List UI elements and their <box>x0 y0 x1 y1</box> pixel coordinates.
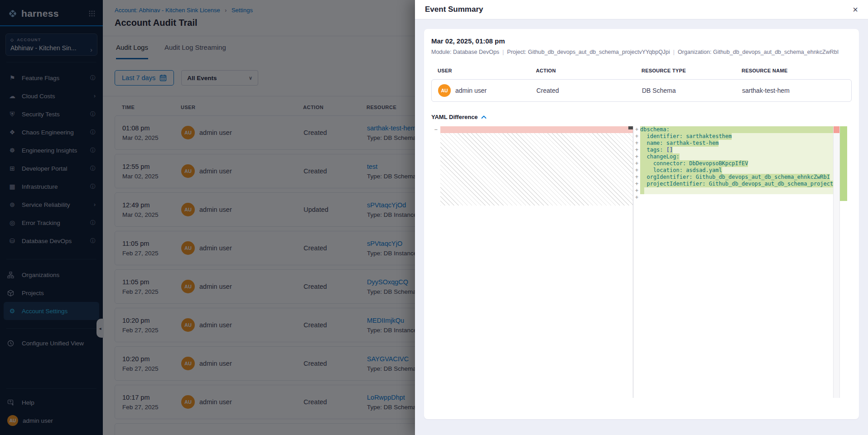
event-card: Mar 02, 2025, 01:08 pm Module: Database … <box>424 29 859 419</box>
event-summary-drawer: Event Summary × Mar 02, 2025, 01:08 pm M… <box>415 0 868 435</box>
context-module: Module: Database DevOps <box>431 49 499 55</box>
close-icon[interactable]: × <box>853 5 858 14</box>
diff-added-line: + changeLog: <box>633 153 833 160</box>
column-action: ACTION <box>536 68 641 73</box>
diff-ruler-removed-mark <box>834 126 839 133</box>
column-resource-name: RESOURCE NAME <box>742 68 845 73</box>
resource-name: sarthak-test-hem <box>742 87 845 94</box>
event-context: Module: Database DevOps|Project: Github_… <box>431 49 852 55</box>
context-organization: Organization: Github_db_devops_aut_db_sc… <box>678 49 839 55</box>
summary-table-header: USER ACTION RESOURCE TYPE RESOURCE NAME <box>431 68 852 73</box>
context-divider: | <box>502 49 504 55</box>
action-label: Created <box>536 87 642 94</box>
summary-row: AU admin user Created DB Schema sarthak-… <box>431 79 852 102</box>
diff-scrollbar-track[interactable] <box>833 126 840 398</box>
diff-added-line: + identifier: sarthaktesthem <box>633 133 833 140</box>
chevron-up-icon <box>481 115 487 119</box>
diff-right-pane: +dbschema: + identifier: sarthaktesthem … <box>633 126 833 398</box>
yaml-difference-toggle[interactable]: YAML Difference <box>431 114 852 120</box>
diff-gutter-line: + <box>633 194 833 201</box>
diff-added-line: + tags: [] <box>633 147 833 153</box>
diff-remove-gutter: − <box>431 126 440 398</box>
diff-added-line: + <box>633 187 833 194</box>
event-timestamp: Mar 02, 2025, 01:08 pm <box>431 37 852 45</box>
drawer-header: Event Summary × <box>415 0 868 19</box>
avatar: AU <box>438 84 451 97</box>
column-resource-type: RESOURCE TYPE <box>641 68 742 73</box>
diff-added-line: + location: asdsad.yaml <box>633 167 833 174</box>
column-user: USER <box>438 68 536 73</box>
diff-overview-ruler <box>840 126 847 398</box>
diff-sash-handle[interactable] <box>628 126 633 129</box>
diff-left-pane: − <box>431 126 633 398</box>
resource-type: DB Schema <box>642 87 742 94</box>
yaml-diff-viewer: − +dbschema: + identifier: sarthaktesthe… <box>431 126 852 398</box>
diff-added-line: + name: sarthak-test-hem <box>633 140 833 147</box>
diff-added-line: +dbschema: <box>633 126 833 133</box>
context-project: Project: Github_db_devops_aut_db_schema_… <box>507 49 670 55</box>
user-name: admin user <box>455 87 487 94</box>
diff-empty-region <box>440 133 633 206</box>
diff-removed-line <box>440 126 633 133</box>
diff-added-line: + projectIdentifier: Github_db_devops_au… <box>633 181 833 187</box>
context-divider: | <box>673 49 675 55</box>
diff-added-line: + orgIdentifier: Github_db_devops_aut_db… <box>633 174 833 181</box>
diff-added-line: + connector: DbDevopsoBKpcpIfEV <box>633 160 833 167</box>
diff-ruler-added-mark <box>840 126 847 201</box>
drawer-title: Event Summary <box>425 5 483 14</box>
